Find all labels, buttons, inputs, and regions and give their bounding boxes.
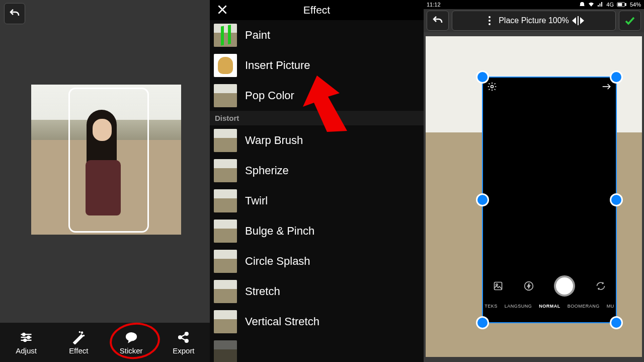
- resize-handle-tl[interactable]: [476, 70, 489, 84]
- canvas[interactable]: TEKS LANGSUNG NORMAL BOOMERANG MU: [424, 32, 644, 362]
- close-button[interactable]: [216, 3, 229, 16]
- effect-label: Bulge & Pinch: [245, 225, 314, 238]
- effect-item-insert-picture[interactable]: Insert Picture: [210, 50, 424, 81]
- editor-panel-main: Adjust Effect Sticker Export: [0, 0, 210, 362]
- mode-normal[interactable]: NORMAL: [539, 304, 560, 309]
- status-battery: 54%: [630, 2, 641, 8]
- signal-icon: [597, 2, 603, 8]
- adjust-label: Adjust: [16, 346, 37, 355]
- svg-point-22: [489, 20, 491, 22]
- effect-label: Stretch: [245, 285, 280, 298]
- switch-camera-icon[interactable]: [596, 281, 606, 291]
- svg-point-7: [84, 335, 85, 336]
- svg-point-25: [491, 86, 494, 88]
- sticker-label: Sticker: [120, 346, 143, 355]
- shutter-button[interactable]: [554, 275, 575, 297]
- gallery-icon[interactable]: [493, 281, 503, 291]
- resize-handle-tr[interactable]: [610, 70, 623, 84]
- effect-label: Spherize: [245, 164, 289, 177]
- battery-icon: [617, 2, 627, 8]
- place-picture-toolbar: Place Picture 100%: [424, 9, 644, 32]
- resize-handle-bl[interactable]: [476, 316, 489, 329]
- effect-item-bulge-pinch[interactable]: Bulge & Pinch: [210, 216, 424, 246]
- effect-menu-panel: Effect Paint Insert Picture Pop Color Di…: [210, 0, 424, 362]
- svg-point-21: [489, 16, 491, 18]
- mode-teks[interactable]: TEKS: [485, 304, 498, 309]
- flash-icon[interactable]: [524, 281, 534, 291]
- svg-point-8: [79, 331, 80, 332]
- export-label: Export: [173, 346, 194, 355]
- effect-icon: [214, 340, 237, 362]
- mode-langsung[interactable]: LANGSUNG: [505, 304, 532, 309]
- svg-point-28: [496, 284, 498, 285]
- effect-item-stretch[interactable]: Stretch: [210, 276, 424, 307]
- bottom-toolbar: Adjust Effect Sticker Export: [0, 323, 210, 362]
- inserted-picture-frame[interactable]: TEKS LANGSUNG NORMAL BOOMERANG MU: [482, 77, 617, 323]
- effect-label: Pop Color: [245, 89, 294, 102]
- place-picture-title-button[interactable]: Place Picture 100%: [452, 11, 616, 31]
- twirl-icon: [214, 189, 237, 212]
- camera-modes[interactable]: TEKS LANGSUNG NORMAL BOOMERANG MU: [483, 300, 616, 312]
- sticker-tool[interactable]: Sticker: [105, 323, 157, 362]
- paint-icon: [214, 24, 237, 47]
- effect-label: Vertical Stretch: [245, 315, 319, 328]
- status-time: 11:12: [427, 2, 441, 8]
- effect-tool[interactable]: Effect: [52, 323, 105, 362]
- status-network: 4G: [606, 2, 614, 8]
- effect-item-next[interactable]: [210, 337, 424, 362]
- effect-list[interactable]: Paint Insert Picture Pop Color Distort W…: [210, 20, 424, 362]
- effect-menu-header: Effect: [210, 0, 424, 20]
- arrow-right-icon[interactable]: [602, 83, 612, 91]
- more-vertical-icon: [484, 15, 496, 27]
- alarm-icon: [579, 2, 585, 8]
- resize-handle-ml[interactable]: [476, 193, 489, 206]
- undo-button[interactable]: [4, 3, 25, 24]
- svg-point-6: [82, 331, 84, 333]
- effect-item-circle-splash[interactable]: Circle Splash: [210, 246, 424, 276]
- resize-handle-br[interactable]: [610, 316, 623, 329]
- effect-item-spherize[interactable]: Spherize: [210, 156, 424, 186]
- resize-handle-mr[interactable]: [610, 193, 623, 206]
- effect-label: Twirl: [245, 194, 268, 207]
- mode-mu[interactable]: MU: [607, 304, 614, 309]
- bulge-pinch-icon: [214, 220, 237, 243]
- effect-label: Paint: [245, 29, 270, 42]
- circle-splash-icon: [214, 250, 237, 273]
- section-header-distort: Distort: [210, 111, 424, 125]
- place-picture-panel: 11:12 4G 54% Place Picture 100%: [424, 0, 644, 362]
- spherize-icon: [214, 159, 237, 182]
- effect-menu-title: Effect: [210, 4, 424, 16]
- svg-point-3: [23, 333, 25, 335]
- svg-rect-27: [495, 282, 502, 290]
- svg-point-23: [489, 23, 491, 25]
- effect-item-warp-brush[interactable]: Warp Brush: [210, 125, 424, 156]
- effect-item-pop-color[interactable]: Pop Color: [210, 81, 424, 111]
- camera-ui-overlay: TEKS LANGSUNG NORMAL BOOMERANG MU: [483, 272, 616, 322]
- wifi-icon: [588, 2, 594, 8]
- svg-rect-20: [618, 4, 622, 6]
- effect-item-vertical-stretch[interactable]: Vertical Stretch: [210, 307, 424, 337]
- status-bar: 11:12 4G 54%: [424, 0, 644, 9]
- pop-color-icon: [214, 84, 237, 107]
- adjust-tool[interactable]: Adjust: [0, 323, 52, 362]
- export-tool[interactable]: Export: [157, 323, 210, 362]
- stretch-icon: [214, 280, 237, 303]
- place-picture-title: Place Picture 100%: [499, 16, 569, 25]
- svg-rect-19: [625, 4, 626, 6]
- svg-point-9: [126, 332, 136, 340]
- gear-icon[interactable]: [487, 82, 497, 92]
- effect-item-twirl[interactable]: Twirl: [210, 186, 424, 216]
- svg-line-13: [181, 334, 185, 337]
- effect-label: Warp Brush: [245, 134, 303, 147]
- selection-frame[interactable]: [68, 88, 149, 233]
- confirm-button[interactable]: [619, 11, 641, 31]
- svg-point-4: [27, 336, 30, 338]
- warp-brush-icon: [214, 129, 237, 152]
- effect-item-paint[interactable]: Paint: [210, 20, 424, 50]
- effect-label: Insert Picture: [245, 59, 310, 72]
- effect-label: Effect: [69, 346, 88, 355]
- vertical-stretch-icon: [214, 310, 237, 333]
- mode-boomerang[interactable]: BOOMERANG: [568, 304, 600, 309]
- effect-label: Circle Splash: [245, 255, 310, 268]
- undo-button[interactable]: [427, 11, 449, 31]
